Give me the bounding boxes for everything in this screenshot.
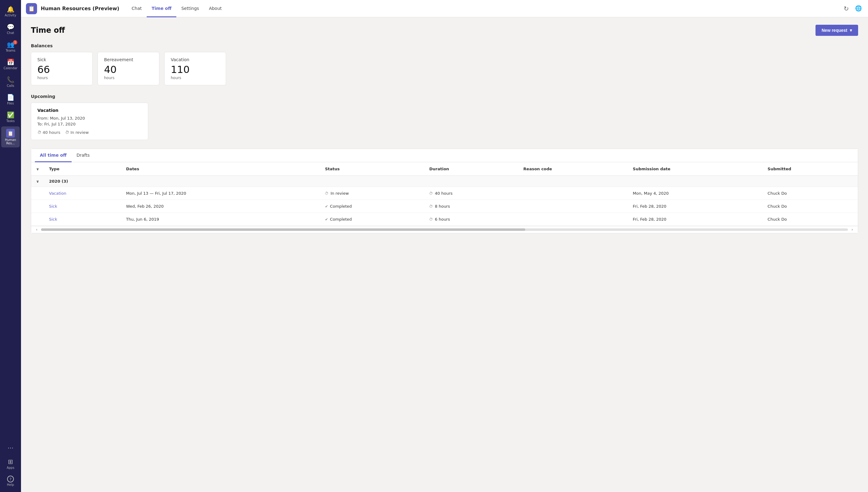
topbar-nav: Chat Time off Settings About: [127, 0, 227, 17]
duration-label: 8 hours: [435, 204, 450, 208]
new-request-button[interactable]: New request ▾: [816, 25, 858, 36]
table-body: ∨ 2020 (3) Vacation Mon, Jul 13 — Fri, J…: [31, 176, 858, 226]
balance-hours-vacation: 110: [171, 65, 219, 74]
row-submission-date: Fri, Feb 28, 2020: [628, 213, 763, 226]
status-label: Completed: [330, 217, 352, 222]
sidebar-item-label: Help: [7, 483, 14, 487]
table-container: ∨ Type Dates Status Duration Reason code…: [31, 162, 858, 226]
row-type-link[interactable]: Sick: [49, 217, 57, 222]
row-submitted-by: Chuck Do: [763, 200, 858, 213]
balance-type-vacation: Vacation: [171, 57, 219, 62]
row-dates: Mon, Jul 13 — Fri, Jul 17, 2020: [121, 187, 320, 200]
calendar-icon: 📅: [7, 58, 15, 66]
col-submitted-by: Submitted: [763, 162, 858, 176]
app-title: Human Resources (Preview): [41, 5, 119, 11]
balance-label-vacation: hours: [171, 76, 219, 80]
group-label: 2020 (3): [44, 176, 858, 187]
nav-item-timeoff[interactable]: Time off: [147, 0, 176, 17]
row-type: Vacation: [44, 187, 121, 200]
col-type: Type: [44, 162, 121, 176]
balances-title: Balances: [31, 43, 858, 48]
scroll-left-arrow[interactable]: ‹: [34, 227, 40, 232]
page-header: Time off New request ▾: [31, 25, 858, 36]
sidebar-item-humanres[interactable]: 📋 Human Res...: [1, 126, 20, 147]
globe-icon[interactable]: 🌐: [854, 4, 863, 14]
sidebar-item-label: Apps: [7, 466, 15, 469]
tabs: All time off Drafts: [31, 149, 858, 162]
col-dates: Dates: [121, 162, 320, 176]
duration-icon: ⏱: [429, 191, 433, 196]
tab-drafts[interactable]: Drafts: [72, 149, 95, 162]
duration-label: 6 hours: [435, 217, 450, 222]
group-expand-icon[interactable]: ∨: [31, 176, 44, 187]
sidebar-item-teams[interactable]: 👥 Teams 1: [1, 38, 20, 55]
upcoming-hours-value: 40 hours: [43, 130, 60, 135]
status-label: In review: [331, 191, 349, 196]
col-reason-code: Reason code: [519, 162, 628, 176]
status-icon: ⏱: [325, 191, 328, 196]
status-label: Completed: [330, 204, 352, 208]
tab-all-time-off[interactable]: All time off: [35, 149, 72, 162]
scroll-track[interactable]: [41, 228, 848, 231]
table-row: Vacation Mon, Jul 13 — Fri, Jul 17, 2020…: [31, 187, 858, 200]
balance-card-bereavement: Bereavement 40 hours: [98, 52, 159, 85]
teams-badge: 1: [13, 40, 17, 45]
sidebar: 🔔 Activity 💬 Chat 👥 Teams 1 📅 Calendar 📞…: [0, 0, 21, 492]
upcoming-status-value: In review: [71, 130, 88, 135]
sidebar-item-label: Teams: [5, 49, 16, 52]
row-type-link[interactable]: Vacation: [49, 191, 67, 196]
new-request-chevron: ▾: [850, 28, 852, 33]
tasks-icon: ✅: [7, 111, 15, 119]
sidebar-more-button[interactable]: ···: [4, 441, 16, 455]
balance-type-bereavement: Bereavement: [104, 57, 153, 62]
row-status: ✔ Completed: [320, 200, 424, 213]
row-type: Sick: [44, 213, 121, 226]
balance-cards: Sick 66 hours Bereavement 40 hours Vacat…: [31, 52, 858, 85]
upcoming-status-icon: ⏱: [65, 130, 69, 135]
help-icon: ?: [7, 476, 14, 483]
sidebar-item-apps[interactable]: ⊞ Apps: [1, 456, 20, 472]
activity-icon: 🔔: [7, 5, 15, 13]
nav-item-about[interactable]: About: [204, 0, 227, 17]
sidebar-item-calls[interactable]: 📞 Calls: [1, 74, 20, 90]
nav-item-settings[interactable]: Settings: [176, 0, 204, 17]
main-wrapper: 📋 Human Resources (Preview) Chat Time of…: [21, 0, 868, 492]
row-duration: ⏱ 6 hours: [424, 213, 519, 226]
upcoming-hours: ⏱ 40 hours: [37, 130, 60, 135]
scroll-right-arrow[interactable]: ›: [849, 227, 856, 232]
row-indent: [31, 187, 44, 200]
sidebar-item-help[interactable]: ? Help: [1, 473, 20, 489]
col-duration: Duration: [424, 162, 519, 176]
table-row: Sick Wed, Feb 26, 2020 ✔ Completed: [31, 200, 858, 213]
topbar: 📋 Human Resources (Preview) Chat Time of…: [21, 0, 868, 17]
app-logo: 📋: [26, 3, 37, 14]
sidebar-item-activity[interactable]: 🔔 Activity: [1, 3, 20, 20]
refresh-icon[interactable]: ↻: [842, 4, 850, 14]
upcoming-title: Upcoming: [31, 94, 858, 99]
sidebar-item-calendar[interactable]: 📅 Calendar: [1, 56, 20, 72]
row-reason-code: [519, 200, 628, 213]
page-title: Time off: [31, 26, 65, 34]
scroll-thumb[interactable]: [41, 228, 525, 231]
sidebar-item-files[interactable]: 📄 Files: [1, 91, 20, 107]
horizontal-scrollbar[interactable]: ‹ ›: [31, 226, 858, 233]
duration-icon: ⏱: [429, 204, 433, 208]
col-status: Status: [320, 162, 424, 176]
nav-item-chat[interactable]: Chat: [127, 0, 147, 17]
sidebar-item-tasks[interactable]: ✅ Tasks: [1, 109, 20, 125]
upcoming-card-from: From: Mon, Jul 13, 2020: [37, 116, 142, 121]
new-request-label: New request: [822, 28, 847, 33]
chat-icon: 💬: [7, 23, 15, 31]
upcoming-hours-icon: ⏱: [37, 130, 42, 135]
sidebar-item-chat[interactable]: 💬 Chat: [1, 21, 20, 37]
row-dates: Thu, Jun 6, 2019: [121, 213, 320, 226]
sidebar-item-label: Tasks: [6, 119, 15, 123]
row-type: Sick: [44, 200, 121, 213]
row-reason-code: [519, 213, 628, 226]
row-type-link[interactable]: Sick: [49, 204, 57, 208]
expand-all-icon[interactable]: ∨: [36, 167, 39, 171]
upcoming-status: ⏱ In review: [65, 130, 88, 135]
row-submitted-by: Chuck Do: [763, 213, 858, 226]
upcoming-section: Upcoming Vacation From: Mon, Jul 13, 202…: [31, 94, 858, 140]
topbar-icons: ↻ 🌐: [842, 4, 863, 14]
